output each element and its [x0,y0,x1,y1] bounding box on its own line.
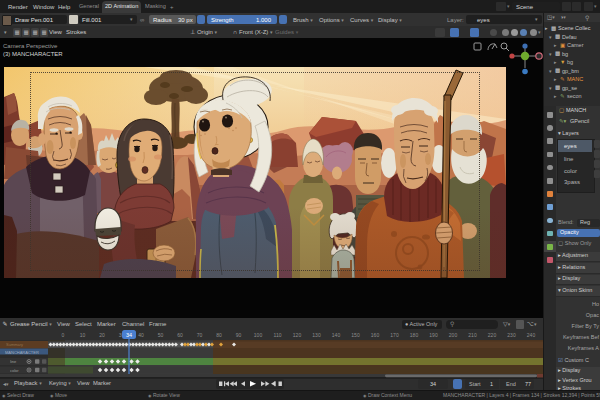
svg-text:Summary: Summary [6,342,23,347]
svg-text:150: 150 [351,332,360,338]
svg-text:20: 20 [99,332,105,338]
svg-text:130: 130 [312,332,321,338]
svg-text:180: 180 [410,332,419,338]
svg-text:color: color [10,368,19,373]
svg-text:190: 190 [429,332,438,338]
svg-text:120: 120 [293,332,302,338]
svg-text:34: 34 [126,332,132,338]
svg-text:40: 40 [138,332,144,338]
svg-text:50: 50 [158,332,164,338]
svg-text:140: 140 [332,332,341,338]
svg-text:80: 80 [216,332,222,338]
svg-text:170: 170 [390,332,399,338]
svg-text:90: 90 [236,332,242,338]
svg-text:10: 10 [80,332,86,338]
svg-text:70: 70 [197,332,203,338]
svg-text:230: 230 [507,332,516,338]
svg-text:0: 0 [62,332,65,338]
svg-text:60: 60 [177,332,183,338]
svg-text:MANCHARACTER: MANCHARACTER [5,350,39,355]
svg-text:200: 200 [449,332,458,338]
svg-text:240: 240 [527,332,536,338]
svg-text:110: 110 [274,332,282,338]
svg-text:100: 100 [254,332,263,338]
svg-text:220: 220 [488,332,497,338]
svg-text:210: 210 [468,332,477,338]
svg-text:line: line [10,359,17,364]
svg-text:160: 160 [371,332,380,338]
